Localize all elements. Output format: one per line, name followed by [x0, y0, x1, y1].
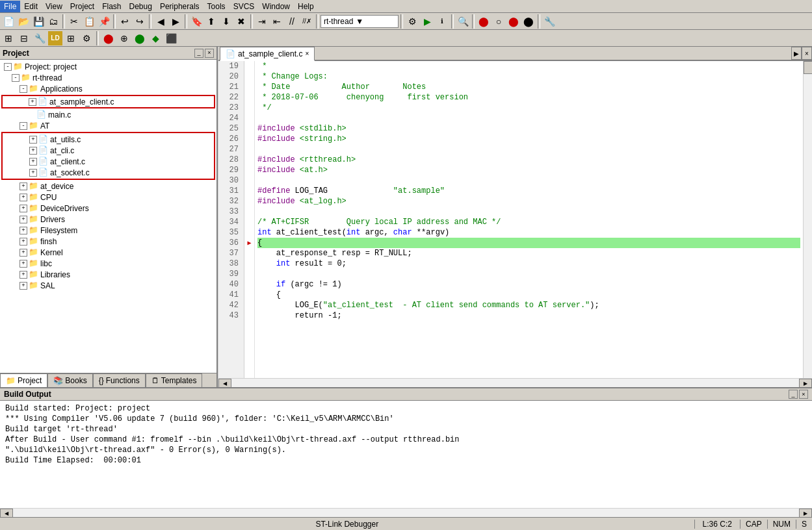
- nav-back-button[interactable]: ◀: [153, 14, 168, 29]
- target-dropdown[interactable]: rt-thread ▼: [321, 15, 399, 28]
- menu-tools[interactable]: Tools: [203, 1, 229, 12]
- menu-debug[interactable]: Debug: [125, 1, 156, 12]
- info-button[interactable]: ℹ: [435, 14, 449, 29]
- tree-item-kernel[interactable]: + 📁 Kernel: [1, 247, 215, 258]
- menu-peripherals[interactable]: Peripherals: [156, 1, 203, 12]
- debug-circle-button[interactable]: ○: [491, 14, 506, 29]
- line-num-21: 21: [224, 82, 239, 92]
- uncomment-button[interactable]: //✗: [300, 14, 314, 29]
- tab-templates[interactable]: 🗒 Templates: [146, 373, 203, 387]
- tab-project[interactable]: 📁 Project: [0, 373, 47, 387]
- debug-red1-button[interactable]: ⬤: [477, 14, 491, 29]
- menu-svcs[interactable]: SVCS: [229, 1, 259, 12]
- build-output-close[interactable]: ×: [799, 390, 808, 399]
- tab-close-area[interactable]: ×: [802, 47, 812, 60]
- comment-button[interactable]: //: [285, 14, 299, 29]
- debug-red2-button[interactable]: ⬤: [506, 14, 521, 29]
- tree-item-filesystem[interactable]: + 📁 Filesystem: [1, 225, 215, 236]
- copy-button[interactable]: 📋: [82, 14, 96, 29]
- code-tab-active[interactable]: 📄 at_sample_client.c ×: [220, 47, 315, 61]
- tb2-debug1[interactable]: ⬤: [101, 31, 116, 45]
- tb2-btn5[interactable]: ⊞: [64, 31, 78, 45]
- menu-project[interactable]: Project: [66, 1, 98, 12]
- tb2-debug2[interactable]: ⊕: [117, 31, 131, 45]
- cut-button[interactable]: ✂: [67, 14, 81, 29]
- menu-file[interactable]: File: [0, 1, 20, 12]
- tb2-btn3[interactable]: 🔧: [33, 31, 47, 45]
- indent-button[interactable]: ⇥: [255, 14, 269, 29]
- project-tab-icon: 📁: [6, 376, 16, 385]
- redo-button[interactable]: ↪: [133, 14, 147, 29]
- new-file-button[interactable]: 📄: [1, 14, 16, 29]
- tab-scroll-right[interactable]: ▶: [791, 47, 802, 60]
- tree-item-at-cli[interactable]: + 📄 at_cli.c: [3, 145, 213, 156]
- sidebar-minimize[interactable]: _: [194, 49, 203, 58]
- search-button[interactable]: 🔍: [456, 14, 470, 29]
- tb2-debug5[interactable]: ⬛: [164, 31, 178, 45]
- tab-close-btn[interactable]: ×: [305, 50, 309, 57]
- unindent-button[interactable]: ⇤: [270, 14, 284, 29]
- at-files-group: + 📄 at_utils.c + 📄 at_cli.c + 📄 at_clien…: [1, 132, 215, 180]
- tb2-btn1[interactable]: ⊞: [1, 31, 16, 45]
- tab-functions[interactable]: {} Functions: [93, 373, 146, 387]
- undo-button[interactable]: ↩: [118, 14, 132, 29]
- tb2-btn4[interactable]: LD: [48, 31, 62, 45]
- tree-item-project[interactable]: - 📁 Project: project: [1, 61, 215, 72]
- build-output-minimize[interactable]: _: [789, 390, 798, 399]
- line-numbers: 19 20 21 22 23 24 25 26 27 28 29 30 31 3…: [218, 61, 244, 378]
- save-button[interactable]: 💾: [31, 14, 46, 29]
- build-line-4: After Build - User command #1: fromelf -…: [5, 435, 807, 445]
- nav-fwd-button[interactable]: ▶: [168, 14, 183, 29]
- code-hscrollbar[interactable]: ◀ ▶: [218, 378, 812, 387]
- tb2-settings-button[interactable]: ⚙: [79, 31, 94, 45]
- tab-books[interactable]: 📚 Books: [47, 373, 92, 387]
- tree-item-sal[interactable]: + 📁 SAL: [1, 280, 215, 291]
- menu-window[interactable]: Window: [258, 1, 294, 12]
- sidebar-close[interactable]: ×: [205, 49, 214, 58]
- options-button[interactable]: ⚙: [405, 14, 419, 29]
- tree-item-devicedrivers[interactable]: + 📁 DeviceDrivers: [1, 203, 215, 214]
- tree-item-libc[interactable]: + 📁 libc: [1, 258, 215, 269]
- tree-item-at-device[interactable]: + 📁 at_device: [1, 181, 215, 192]
- tree-item-at[interactable]: - 📁 AT: [1, 120, 215, 131]
- code-content[interactable]: * * Change Logs: * Date Author Notes * 2…: [255, 61, 803, 378]
- code-line-32: #include <at_log.h>: [257, 196, 800, 207]
- tree-item-finsh[interactable]: + 📁 finsh: [1, 236, 215, 247]
- tree-item-cpu[interactable]: + 📁 CPU: [1, 192, 215, 203]
- code-line-38: int result = 0;: [257, 259, 800, 269]
- tree-item-main[interactable]: 📄 main.c: [1, 109, 215, 120]
- tree-item-libraries[interactable]: + 📁 Libraries: [1, 269, 215, 280]
- tree-item-rtthread[interactable]: - 📁 rt-thread: [1, 72, 215, 83]
- open-button[interactable]: 📂: [16, 14, 31, 29]
- menu-view[interactable]: View: [42, 1, 66, 12]
- save-all-button[interactable]: 🗂: [46, 14, 60, 29]
- settings-button[interactable]: 🔧: [542, 14, 557, 29]
- tree-item-at-utils[interactable]: + 📄 at_utils.c: [3, 134, 213, 145]
- menu-help[interactable]: Help: [294, 1, 318, 12]
- menu-edit[interactable]: Edit: [20, 1, 42, 12]
- code-scrollbar[interactable]: [803, 61, 812, 378]
- functions-tab-icon: {}: [99, 376, 104, 385]
- bookmark-next-button[interactable]: ⬇: [219, 14, 233, 29]
- debug-btn4[interactable]: ⬤: [521, 14, 536, 29]
- tree-item-at-sample-client[interactable]: + 📄 at_sample_client.c: [1, 95, 215, 108]
- sep3: [149, 14, 151, 29]
- tree-item-drivers[interactable]: + 📁 Drivers: [1, 214, 215, 225]
- tree-item-at-client[interactable]: + 📄 at_client.c: [3, 156, 213, 167]
- tree-item-at-socket[interactable]: + 📄 at_socket.c: [3, 167, 213, 178]
- tb2-debug3[interactable]: ⬤: [133, 31, 147, 45]
- bookmark-button[interactable]: 🔖: [189, 14, 203, 29]
- tb2-debug4[interactable]: ◆: [148, 31, 163, 45]
- line-num-40: 40: [224, 279, 239, 290]
- build-hscrollbar[interactable]: ◀ ▶: [0, 508, 812, 517]
- paste-button[interactable]: 📌: [97, 14, 111, 29]
- build-line-5: ".\build\keil\Obj\rt-thread.axf" - 0 Err…: [5, 445, 807, 455]
- bookmark-clear-button[interactable]: ✖: [234, 14, 248, 29]
- tree-item-applications[interactable]: - 📁 Applications: [1, 83, 215, 94]
- sep1: [62, 14, 65, 29]
- bookmark-prev-button[interactable]: ⬆: [204, 14, 218, 29]
- menu-flash[interactable]: Flash: [98, 1, 125, 12]
- tb2-btn2[interactable]: ⊟: [17, 31, 31, 45]
- build-target-button[interactable]: ▶: [420, 14, 434, 29]
- project-tab-label: Project: [18, 376, 42, 385]
